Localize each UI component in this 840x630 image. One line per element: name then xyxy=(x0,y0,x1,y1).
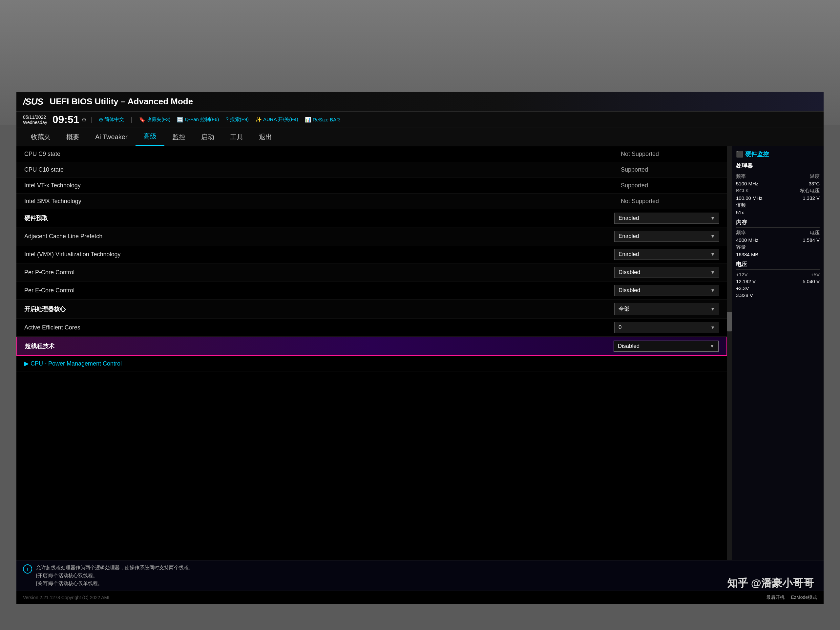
hw-monitor-panel: ⬛ 硬件监控 处理器 频率 温度 5100 MHz 33°C BCLK 核心电压… xyxy=(732,146,824,560)
hw-5v-value: 5.040 V xyxy=(802,279,819,284)
info-line1: 允许超线程处理器作为两个逻辑处理器，使操作系统同时支持两个线程。 xyxy=(36,564,194,572)
toolbar-qfan[interactable]: 🔄 Q-Fan 控制(F6) xyxy=(174,116,221,123)
hw-row-mem-freq-label: 频率 电压 xyxy=(736,230,819,236)
row-vmx: Intel (VMX) Virtualization Technology En… xyxy=(16,245,727,264)
row-per-ecore: Per E-Core Control Disabled ▼ xyxy=(16,281,727,300)
toolbar-language[interactable]: ⊕ 简体中文 xyxy=(96,116,127,123)
hw-12v-label: +12V xyxy=(736,272,747,277)
footer-last-boot[interactable]: 最后开机 xyxy=(766,595,785,600)
dropdown-adjacent-cache[interactable]: Enabled ▼ xyxy=(614,231,719,242)
toolbar-search[interactable]: ? 搜索(F9) xyxy=(223,116,251,123)
value-smx: Not Supported xyxy=(621,198,719,205)
toolbar-aura[interactable]: ✨ AURA 开/关(F4) xyxy=(253,116,301,123)
hw-multiplier-value: 51x xyxy=(736,210,819,215)
label-vmx: Intel (VMX) Virtualization Technology xyxy=(24,251,614,258)
bookmark-icon: 🔖 xyxy=(139,117,145,123)
hw-row-freq-value: 5100 MHz 33°C xyxy=(736,181,819,186)
chevron-down-icon2: ▼ xyxy=(711,234,715,239)
label-per-ecore: Per E-Core Control xyxy=(24,287,614,294)
label-smx: Intel SMX Technology xyxy=(24,198,621,205)
hw-capacity-label: 容量 xyxy=(736,244,819,250)
label-cpu-cores: 开启处理器核心 xyxy=(24,305,614,313)
dropdown-hw-prefetch-value: Enabled xyxy=(619,215,639,221)
nav-monitor[interactable]: 监控 xyxy=(164,129,193,145)
toolbar-search-label: 搜索(F9) xyxy=(230,117,249,123)
hw-section-processor: 处理器 xyxy=(736,162,819,171)
nav-tools[interactable]: 工具 xyxy=(222,129,251,145)
dropdown-active-efficient[interactable]: 0 ▼ xyxy=(614,322,719,333)
hw-mem-freq-value: 4000 MHz xyxy=(736,237,758,243)
dropdown-hyperthreading[interactable]: Disabled ▼ xyxy=(614,341,718,352)
info-icon: i xyxy=(23,564,32,573)
toolbar-favorites[interactable]: 🔖 收藏夹(F3) xyxy=(136,116,173,123)
dropdown-hyperthreading-value: Disabled xyxy=(618,343,639,349)
dropdown-per-ecore[interactable]: Disabled ▼ xyxy=(614,285,719,296)
hw-multiplier-label: 倍频 xyxy=(736,202,819,208)
row-per-pcore: Per P-Core Control Disabled ▼ xyxy=(16,264,727,281)
label-active-efficient: Active Efficient Cores xyxy=(24,324,614,331)
dropdown-cpu-cores-value: 全部 xyxy=(619,305,630,313)
dropdown-per-pcore[interactable]: Disabled ▼ xyxy=(614,267,719,278)
row-hyperthreading: 超线程技术 Disabled ▼ xyxy=(16,337,727,356)
hw-vcore-label: 核心电压 xyxy=(800,188,819,194)
footer-right: 最后开机 EzMode模式 xyxy=(766,595,817,600)
settings-panel: CPU C9 state Not Supported CPU C10 state… xyxy=(16,146,727,560)
chevron-down-icon8: ▼ xyxy=(710,344,714,349)
dropdown-hw-prefetch[interactable]: Enabled ▼ xyxy=(614,213,719,224)
nav-boot[interactable]: 启动 xyxy=(193,129,222,145)
chevron-down-icon4: ▼ xyxy=(711,270,715,275)
hw-freq-value: 5100 MHz xyxy=(736,181,758,186)
chevron-down-icon3: ▼ xyxy=(711,252,715,257)
scrollbar-thumb[interactable] xyxy=(727,312,732,332)
dropdown-vmx[interactable]: Enabled ▼ xyxy=(614,249,719,260)
hw-monitor-title: ⬛ 硬件监控 xyxy=(736,150,819,158)
hw-12v-value: 12.192 V xyxy=(736,279,756,284)
resize-icon: 📊 xyxy=(305,117,311,123)
toolbar-resize[interactable]: 📊 ReSize BAR xyxy=(302,116,343,123)
toolbar-divider2: | xyxy=(131,116,132,123)
info-text-content: 允许超线程处理器作为两个逻辑处理器，使操作系统同时支持两个线程。 [开启]每个活… xyxy=(36,564,194,587)
aura-icon: ✨ xyxy=(255,117,262,123)
row-cpu-power-mgmt[interactable]: ▶ CPU - Power Management Control xyxy=(16,356,727,371)
info-line2: [开启]每个活动核心双线程。 xyxy=(36,572,194,579)
bios-screen: /SUS UEFI BIOS Utility – Advanced Mode 0… xyxy=(16,92,824,604)
hw-row-12v-value: 12.192 V 5.040 V xyxy=(736,279,819,284)
gear-icon[interactable]: ⚙ xyxy=(81,116,87,123)
dropdown-adjacent-cache-value: Enabled xyxy=(619,233,639,240)
label-hyperthreading: 超线程技术 xyxy=(25,342,614,350)
dropdown-per-ecore-value: Disabled xyxy=(619,287,640,294)
value-vtx: Supported xyxy=(621,182,719,189)
day-text: Wednesday xyxy=(23,120,47,125)
scrollbar-track[interactable] xyxy=(727,146,732,560)
row-cpu-c9: CPU C9 state Not Supported xyxy=(16,146,727,162)
asus-logo: /SUS xyxy=(23,96,43,107)
info-line3: [关闭]每个活动核心仅单线程。 xyxy=(36,579,194,587)
hw-mem-volt-value: 1.584 V xyxy=(802,237,819,243)
hw-row-freq-label: 频率 温度 xyxy=(736,173,819,180)
nav-ai-tweaker[interactable]: Ai Tweaker xyxy=(87,129,136,145)
nav-exit[interactable]: 退出 xyxy=(251,129,280,145)
row-vtx: Intel VT-x Technology Supported xyxy=(16,178,727,194)
watermark: 知乎 @潘豪小哥哥 xyxy=(727,576,814,591)
chevron-down-icon5: ▼ xyxy=(711,288,715,293)
nav-favorites[interactable]: 收藏夹 xyxy=(23,129,58,145)
hw-section-memory: 内存 xyxy=(736,218,819,228)
footer-ez-mode[interactable]: EzMode模式 xyxy=(791,595,817,600)
nav-advanced[interactable]: 高级 xyxy=(136,128,164,146)
chevron-down-icon6: ▼ xyxy=(711,306,715,312)
nav-overview[interactable]: 概要 xyxy=(58,129,87,145)
main-content: CPU C9 state Not Supported CPU C10 state… xyxy=(16,146,824,560)
row-hw-prefetch: 硬件预取 Enabled ▼ xyxy=(16,209,727,227)
hw-row-mem-freq-value: 4000 MHz 1.584 V xyxy=(736,237,819,243)
chevron-down-icon7: ▼ xyxy=(711,325,715,330)
toolbar-favorites-label: 收藏夹(F3) xyxy=(147,117,171,123)
time-block: 09:51 ⚙ xyxy=(52,114,87,126)
hw-mem-volt-label: 电压 xyxy=(810,230,819,236)
toolbar-resize-label: ReSize BAR xyxy=(313,117,340,122)
row-cpu-c10: CPU C10 state Supported xyxy=(16,162,727,178)
dropdown-cpu-cores[interactable]: 全部 ▼ xyxy=(614,303,719,315)
time-display: 09:51 xyxy=(52,114,79,126)
label-hw-prefetch: 硬件预取 xyxy=(24,214,614,222)
label-cpu-power-mgmt: ▶ CPU - Power Management Control xyxy=(24,360,621,367)
monitor-icon: ⬛ xyxy=(736,151,743,158)
